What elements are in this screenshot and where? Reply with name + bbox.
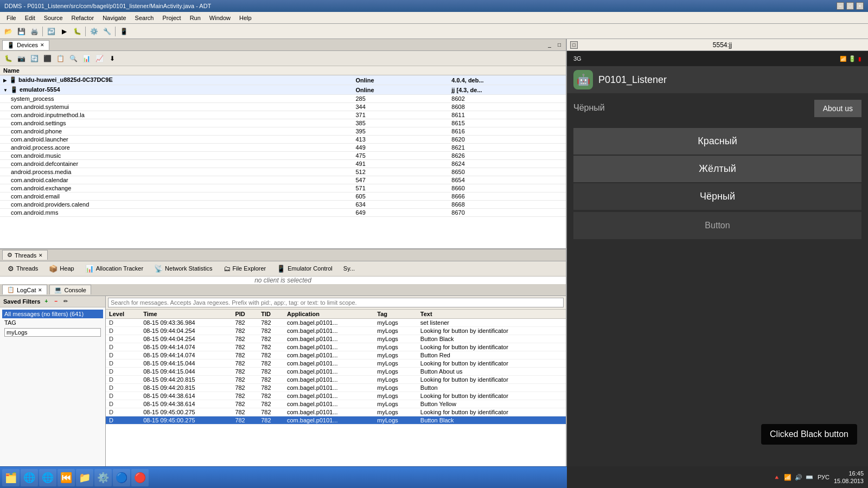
remove-filter-button[interactable]: −	[52, 298, 60, 305]
devices-toolbar-btn-1[interactable]: 🐛	[2, 53, 14, 65]
taskbar-icon-settings[interactable]: ⚙️	[94, 469, 112, 486]
profiling-file-explorer[interactable]: 🗂 File Explorer	[220, 264, 270, 274]
menu-search[interactable]: Search	[131, 14, 158, 22]
profiling-emulator-control[interactable]: 📱 Emulator Control	[273, 264, 336, 274]
devices-toolbar-btn-3[interactable]: 🔄	[28, 53, 40, 65]
menu-project[interactable]: Project	[158, 14, 185, 22]
taskbar-icon-media[interactable]: ⏮️	[58, 469, 75, 486]
profiling-network[interactable]: 📡 Network Statistics	[151, 264, 215, 274]
log-row-0[interactable]: D 08-15 09:43:36.984 782 782 com.bagel.p…	[106, 318, 566, 326]
filter-tag-input[interactable]	[4, 328, 101, 337]
taskbar-icon-browser1[interactable]: 🌐	[21, 469, 38, 486]
panel-minimize-btn[interactable]: _	[545, 41, 554, 49]
log-row-10[interactable]: D 08-15 09:44:38.614 782 782 com.bagel.p…	[106, 400, 566, 408]
red-button[interactable]: Красный	[573, 128, 861, 155]
toolbar-btn-1[interactable]: 📂	[2, 25, 14, 37]
close-button[interactable]: ×	[856, 2, 864, 10]
process-row-providers-calendar[interactable]: com.android.providers.calend 634 8668	[0, 201, 566, 209]
emulator-close-btn[interactable]: □	[570, 41, 578, 49]
taskbar-icon-circle1[interactable]: 🔵	[113, 469, 130, 486]
toolbar-btn-7[interactable]: ⚙️	[88, 25, 100, 37]
tab-logcat[interactable]: 📋 LogCat ✕	[2, 285, 47, 294]
process-row-acore[interactable]: android.process.acore 449 8621	[0, 144, 566, 152]
log-row-3[interactable]: D 08-15 09:44:14.074 782 782 com.bagel.p…	[106, 343, 566, 351]
profiling-sy[interactable]: Sy...	[340, 264, 358, 273]
menu-source[interactable]: Source	[40, 14, 67, 22]
log-row-12[interactable]: D 08-15 09:45:00.275 782 782 com.bagel.p…	[106, 416, 566, 424]
process-row-music[interactable]: com.android.music 475 8626	[0, 152, 566, 160]
about-us-button[interactable]: About us	[814, 100, 861, 117]
process-row-launcher[interactable]: com.android.launcher 413 8620	[0, 136, 566, 144]
log-row-4[interactable]: D 08-15 09:44:14.074 782 782 com.bagel.p…	[106, 351, 566, 359]
process-row-media[interactable]: android.process.media 512 8650	[0, 168, 566, 176]
bottom-button[interactable]: Button	[573, 212, 861, 239]
profiling-threads[interactable]: ⚙ Threads	[4, 264, 41, 274]
devices-toolbar-btn-4[interactable]: ⬛	[41, 53, 53, 65]
toolbar-btn-8[interactable]: 🔧	[101, 25, 113, 37]
panel-maximize-btn[interactable]: □	[555, 41, 564, 49]
device-row-1[interactable]: ▶ 📱 baidu-huawei_u8825d-0C37DC9E Online …	[0, 75, 566, 85]
menu-navigate[interactable]: Navigate	[98, 14, 130, 22]
logcat-close[interactable]: ✕	[38, 287, 42, 293]
process-row-calendar[interactable]: com.android.calendar 547 8654	[0, 176, 566, 184]
devices-tab-close[interactable]: ✕	[40, 42, 44, 48]
process-row-system[interactable]: system_process 285 8602	[0, 95, 566, 103]
devices-toolbar-btn-2[interactable]: 📷	[15, 53, 27, 65]
profiling-heap[interactable]: 📦 Heap	[46, 264, 77, 274]
process-port-input: 8611	[448, 111, 566, 119]
log-row-1[interactable]: D 08-15 09:44:04.254 782 782 com.bagel.p…	[106, 326, 566, 335]
process-row-defcontainer[interactable]: com.android.defcontainer 491 8624	[0, 160, 566, 168]
log-row-11[interactable]: D 08-15 09:45:00.275 782 782 com.bagel.p…	[106, 408, 566, 416]
menu-edit[interactable]: Edit	[21, 14, 40, 22]
taskbar-icon-circle2[interactable]: 🔴	[131, 469, 149, 486]
menu-file[interactable]: File	[2, 14, 21, 22]
menu-refactor[interactable]: Refactor	[67, 14, 99, 22]
devices-toolbar-btn-8[interactable]: 📈	[93, 53, 105, 65]
toolbar-btn-4[interactable]: ↩️	[45, 25, 57, 37]
black-button[interactable]: Чёрный	[573, 183, 861, 210]
devices-toolbar-btn-9[interactable]: ⬇	[106, 53, 118, 65]
maximize-button[interactable]: □	[846, 2, 854, 10]
log-row-7[interactable]: D 08-15 09:44:20.815 782 782 com.bagel.p…	[106, 375, 566, 383]
minimize-button[interactable]: −	[837, 2, 844, 10]
log-row-8[interactable]: D 08-15 09:44:20.815 782 782 com.bagel.p…	[106, 383, 566, 391]
process-row-input[interactable]: com.android.inputmethod.la 371 8611	[0, 111, 566, 119]
devices-toolbar-btn-7[interactable]: 📊	[80, 53, 92, 65]
menu-help[interactable]: Help	[235, 14, 256, 22]
edit-filter-button[interactable]: ✏	[62, 298, 69, 305]
filter-all-messages[interactable]: All messages (no filters) (641)	[2, 310, 103, 318]
process-row-phone[interactable]: com.android.phone 395 8616	[0, 127, 566, 136]
process-row-mms[interactable]: com.android.mms 649 8670	[0, 209, 566, 217]
logcat-search-input[interactable]	[108, 298, 564, 307]
process-row-exchange[interactable]: com.android.exchange 571 8660	[0, 184, 566, 192]
log-row-9[interactable]: D 08-15 09:44:38.614 782 782 com.bagel.p…	[106, 391, 566, 400]
tab-console[interactable]: 💻 Console	[49, 285, 91, 294]
taskbar-icon-files[interactable]: 📁	[76, 469, 93, 486]
device-row-2[interactable]: ▼ 📱 emulator-5554 Online jj [4.3, de...	[0, 85, 566, 95]
tab-devices[interactable]: 📱 Devices ✕	[2, 40, 49, 50]
devices-toolbar-btn-6[interactable]: 🔍	[67, 53, 79, 65]
process-row-email[interactable]: com.android.email 605 8666	[0, 192, 566, 201]
tab-threads[interactable]: ⚙ Threads ✕	[2, 250, 48, 260]
toolbar-btn-9[interactable]: 📱	[118, 25, 130, 37]
toolbar-btn-2[interactable]: 💾	[15, 25, 27, 37]
process-row-systemui[interactable]: com.android.systemui 344 8608	[0, 103, 566, 111]
yellow-button[interactable]: Жёлтый	[573, 156, 861, 182]
threads-close[interactable]: ✕	[39, 253, 43, 258]
menu-run[interactable]: Run	[186, 14, 205, 22]
profiling-allocation[interactable]: 📊 Allocation Tracker	[82, 264, 146, 274]
menu-window[interactable]: Window	[205, 14, 235, 22]
log-row-6[interactable]: D 08-15 09:44:15.044 782 782 com.bagel.p…	[106, 367, 566, 375]
add-filter-button[interactable]: +	[42, 298, 50, 305]
log-row-2[interactable]: D 08-15 09:44:04.254 782 782 com.bagel.p…	[106, 335, 566, 343]
log-row-5[interactable]: D 08-15 09:44:15.044 782 782 com.bagel.p…	[106, 359, 566, 367]
process-row-settings[interactable]: com.android.settings 385 8615	[0, 119, 566, 127]
allocation-icon: 📊	[85, 265, 94, 273]
devices-toolbar-btn-5[interactable]: 📋	[54, 53, 66, 65]
taskbar-icon-browser2[interactable]: 🌐	[39, 469, 56, 486]
toolbar-btn-5[interactable]: ▶	[58, 25, 70, 37]
tray-icon-up: 🔺	[773, 474, 781, 481]
toolbar-btn-6[interactable]: 🐛	[71, 25, 83, 37]
taskbar-icon-folders[interactable]: 🗂️	[2, 469, 20, 486]
toolbar-btn-3[interactable]: 🖨️	[28, 25, 40, 37]
